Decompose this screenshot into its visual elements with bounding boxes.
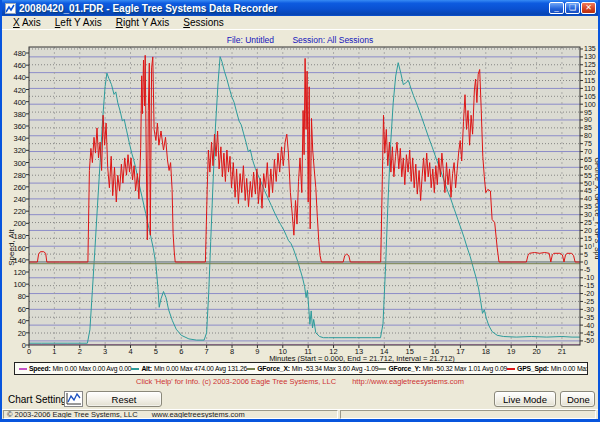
title-bar[interactable]: 20080420_01.FDR - Eagle Tree Systems Dat… [2,0,598,16]
menu-right-y-axis[interactable]: Right Y Axis [109,16,177,29]
left-y-tick-label: 460 [2,61,26,70]
left-y-tick-label: 260 [2,183,26,192]
left-y-tick-label: 340 [2,134,26,143]
legend-series-name: Alt: [141,365,152,372]
left-y-tick-label: 240 [2,195,26,204]
right-y-tick-label: -15 [584,282,600,289]
menu-sessions[interactable]: Sessions [176,16,231,29]
legend-series-name: GForce_Y: [388,365,420,372]
legend-series-stats: Min 0.00 Max 0.00 Avg 0.00 [52,365,131,372]
status-text: © 2003-2006 Eagle Tree Systems, LLC www.… [3,410,338,419]
legend-color-marker [131,368,139,370]
session-label: Session: All Sessions [292,35,373,45]
right-y-tick-label: -50 [584,337,600,344]
right-y-tick-label: 95 [584,109,600,116]
app-window: 20080420_01.FDR - Eagle Tree Systems Dat… [0,0,600,422]
right-y-tick-label: 115 [584,77,600,84]
left-y-tick-label: 40 [2,317,26,326]
live-mode-button[interactable]: Live Mode [494,391,556,407]
right-y-tick-label: 105 [584,93,600,100]
x-tick-label: 1 [45,347,63,356]
right-y-tick-label: -20 [584,290,600,297]
left-y-tick-label: 60 [2,305,26,314]
right-y-tick-label: -35 [584,314,600,321]
chart-header: File: Untitled Session: All Sessions [2,35,598,45]
close-button[interactable]: ✕ [581,2,596,14]
left-y-tick-label: 420 [2,86,26,95]
right-y-tick-label: -45 [584,330,600,337]
right-y-tick-label: 120 [584,69,600,76]
legend-series-name: Speed: [29,365,50,372]
legend-entry-gps_spd: GPS_Spd:Min 0.00 Max 131.20 Avg 39.32 [507,365,588,372]
chart-legend: Speed:Min 0.00 Max 0.00 Avg 0.00Alt:Min … [14,362,588,375]
legend-series-stats: Min 0.00 Max 474.00 Avg 131.26 [154,365,247,372]
help-note-url[interactable]: http://www.eagletreesystems.com [352,377,464,386]
right-y-tick-label: 90 [584,116,600,123]
left-y-tick-label: 400 [2,98,26,107]
right-y-tick-label: 100 [584,101,600,108]
legend-entry-speed: Speed:Min 0.00 Max 0.00 Avg 0.00 [19,365,131,372]
right-y-tick-label: 125 [584,61,600,68]
reset-defaults-button[interactable]: Reset Defaults [86,391,162,407]
legend-color-marker [19,368,27,370]
left-y-tick-label: 440 [2,73,26,82]
left-y-tick-label: 20 [2,329,26,338]
left-y-tick-label: 220 [2,207,26,216]
status-pane-empty [340,410,596,419]
left-y-tick-label: 80 [2,292,26,301]
left-y-tick-label: 480 [2,49,26,58]
legend-color-marker [247,368,255,370]
status-url: www.eagletreesystems.com [152,410,245,419]
right-y-tick-label: -10 [584,274,600,281]
right-y-tick-label: 110 [584,85,600,92]
chart-canvas[interactable] [2,0,598,392]
menu-left-y-axis[interactable]: Left Y Axis [48,16,109,29]
app-icon [5,3,16,14]
chart-region: File: Untitled Session: All Sessions 480… [2,0,598,392]
chart-settings-icon[interactable] [64,391,83,407]
file-label: File: Untitled [227,35,274,45]
x-tick-label: 2 [71,347,89,356]
left-y-tick-label: 320 [2,146,26,155]
legend-entry-gforce_x: GForce_X:Min -53.34 Max 3.60 Avg -1.09 [247,365,378,372]
legend-series-name: GPS_Spd: [517,365,549,372]
restore-button[interactable]: ❏ [565,2,580,14]
right-y-tick-label: 135 [584,45,600,52]
right-y-tick-label: -25 [584,298,600,305]
x-tick-label: 3 [96,347,114,356]
left-y-tick-label: 380 [2,110,26,119]
legend-series-stats: Min 0.00 Max 131.20 Avg 39.32 [551,365,588,372]
legend-series-stats: Min -50.32 Max 1.01 Avg 0.09 [423,365,508,372]
menu-bar: X Axis Left Y Axis Right Y Axis Sessions [2,16,598,30]
window-title: 20080420_01.FDR - Eagle Tree Systems Dat… [19,3,548,14]
help-note: Click 'Help' for Info. (c) 2003-2006 Eag… [2,377,598,386]
x-tick-label: 0 [20,347,38,356]
status-copyright: © 2003-2006 Eagle Tree Systems, LLC [7,410,138,419]
help-note-text: Click 'Help' for Info. (c) 2003-2006 Eag… [136,377,336,386]
left-y-tick-label: 280 [2,171,26,180]
status-bar: © 2003-2006 Eagle Tree Systems, LLC www.… [2,409,598,419]
left-y-axis-title: Speed, Alt [7,220,16,276]
left-y-tick-label: 300 [2,159,26,168]
legend-entry-alt: Alt:Min 0.00 Max 474.00 Avg 131.26 [131,365,247,372]
right-y-tick-label: 80 [584,132,600,139]
right-y-tick-label: 85 [584,124,600,131]
x-tick-label: 5 [147,347,165,356]
done-button[interactable]: Done [560,391,595,407]
x-tick-label: 20 [528,347,546,356]
menu-x-axis[interactable]: X Axis [6,16,48,29]
x-tick-label: 4 [122,347,140,356]
legend-color-marker [378,368,386,370]
legend-series-stats: Min -53.34 Max 3.60 Avg -1.09 [292,365,379,372]
right-y-tick-label: -30 [584,306,600,313]
right-y-tick-label: 130 [584,53,600,60]
right-y-tick-label: -40 [584,322,600,329]
x-tick-label: 6 [172,347,190,356]
left-y-tick-label: 100 [2,280,26,289]
left-y-tick-label: 360 [2,122,26,131]
minimize-button[interactable]: _ [549,2,564,14]
legend-color-marker [507,368,515,370]
x-tick-label: 21 [553,347,571,356]
bottom-controls: Chart Settings: Reset Defaults Live Mode… [2,390,598,409]
right-y-axis-title: GForce_X, GForce_Y, GPS_Spd [594,144,600,274]
